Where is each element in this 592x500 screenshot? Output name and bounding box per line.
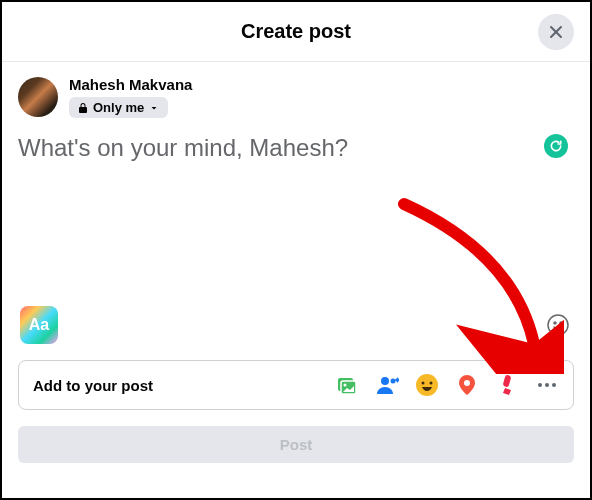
post-button[interactable]: Post [18, 426, 574, 463]
add-to-post-label: Add to your post [33, 377, 153, 394]
close-button[interactable] [538, 14, 574, 50]
close-icon [546, 22, 566, 42]
svg-point-12 [430, 382, 433, 385]
user-row: Mahesh Makvana Only me [2, 62, 590, 126]
smile-icon [546, 313, 570, 337]
emoji-button[interactable] [544, 311, 572, 339]
svg-point-4 [560, 322, 562, 324]
feeling-button[interactable] [415, 373, 439, 397]
svg-point-3 [554, 322, 556, 324]
microphone-icon [495, 373, 519, 397]
compose-area[interactable]: What's on your mind, Mahesh? [2, 126, 590, 306]
svg-point-15 [545, 383, 549, 387]
background-row: Aa [2, 306, 590, 356]
svg-rect-13 [503, 374, 512, 387]
grammarly-icon[interactable] [544, 134, 568, 158]
svg-point-9 [391, 379, 396, 384]
more-button[interactable] [535, 373, 559, 397]
privacy-selector[interactable]: Only me [69, 97, 168, 118]
svg-point-11 [422, 382, 425, 385]
add-icons [335, 373, 559, 397]
modal-header: Create post [2, 2, 590, 62]
avatar[interactable] [18, 77, 58, 117]
svg-point-7 [344, 384, 347, 387]
feeling-icon [415, 373, 439, 397]
user-name: Mahesh Makvana [69, 76, 192, 93]
check-in-button[interactable] [455, 373, 479, 397]
svg-point-2 [548, 315, 568, 335]
photo-icon [335, 373, 359, 397]
background-color-button[interactable]: Aa [20, 306, 58, 344]
tag-people-icon [375, 373, 399, 397]
add-to-post-bar: Add to your post [18, 360, 574, 410]
tag-people-button[interactable] [375, 373, 399, 397]
live-button[interactable] [495, 373, 519, 397]
location-icon [455, 373, 479, 397]
user-info: Mahesh Makvana Only me [69, 76, 192, 118]
lock-icon [77, 102, 89, 114]
caret-down-icon [148, 102, 160, 114]
svg-point-8 [381, 377, 389, 385]
privacy-label: Only me [93, 100, 144, 115]
photo-video-button[interactable] [335, 373, 359, 397]
modal-title: Create post [241, 20, 351, 43]
svg-point-14 [538, 383, 542, 387]
svg-point-10 [416, 374, 438, 396]
more-icon [535, 373, 559, 397]
svg-point-16 [552, 383, 556, 387]
compose-placeholder: What's on your mind, Mahesh? [18, 134, 574, 162]
